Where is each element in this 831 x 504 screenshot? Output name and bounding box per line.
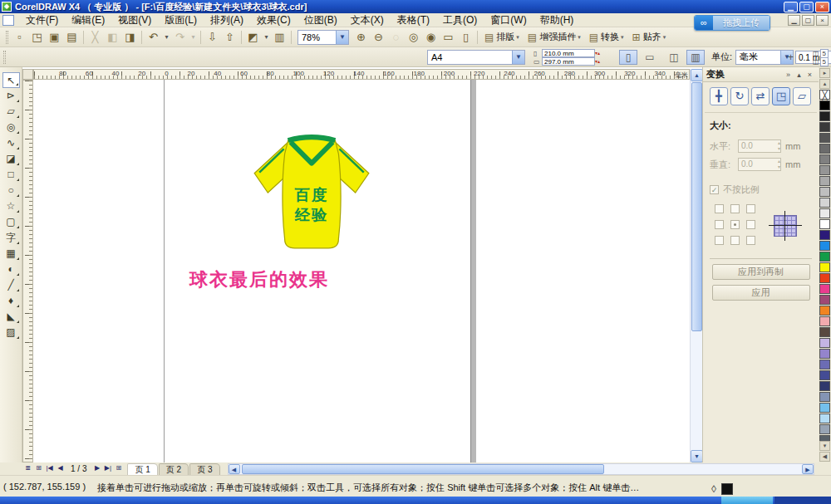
page-tab-3[interactable]: 页 3 bbox=[189, 463, 219, 475]
drag-upload-button[interactable]: ∞ 拖拽上传 bbox=[694, 15, 770, 31]
color-swatch-30[interactable] bbox=[819, 413, 830, 423]
mdi-minimize-button[interactable]: ▁ bbox=[788, 15, 800, 26]
open-icon[interactable]: ◳ bbox=[29, 30, 45, 45]
table-tool[interactable]: ▦ bbox=[2, 246, 20, 262]
zoom-width-icon[interactable]: ▭ bbox=[440, 30, 456, 45]
color-swatch-2[interactable] bbox=[819, 111, 830, 121]
rectangle-tool[interactable]: □ bbox=[2, 167, 20, 183]
page-tab-2[interactable]: 页 2 bbox=[159, 463, 189, 475]
zoom-selected-icon[interactable]: ◌ bbox=[388, 30, 404, 45]
current-page-button[interactable]: ▥ bbox=[686, 50, 705, 65]
color-swatch-14[interactable] bbox=[819, 241, 830, 251]
page-tab-1[interactable]: 页 1 bbox=[127, 463, 157, 475]
basic-shapes-tool[interactable]: ▢ bbox=[2, 214, 20, 230]
color-swatch-1[interactable] bbox=[819, 100, 830, 110]
palette-scroll-up-icon[interactable]: ▴ bbox=[819, 79, 830, 89]
anchor-point-5[interactable] bbox=[730, 220, 740, 229]
color-swatch-5[interactable] bbox=[819, 144, 830, 154]
shape-tool[interactable]: ⊳ bbox=[2, 88, 20, 104]
menu-item-12[interactable]: 帮助(H) bbox=[534, 12, 581, 28]
app-launcher-icon[interactable]: ◩ bbox=[245, 30, 261, 45]
save-icon[interactable]: ▣ bbox=[47, 30, 62, 45]
skew-tab[interactable]: ▱ bbox=[793, 87, 811, 105]
color-swatch-19[interactable] bbox=[819, 295, 830, 305]
vertical-scrollbar[interactable]: ▲ ▼ bbox=[690, 69, 702, 462]
mdi-close-button[interactable]: × bbox=[816, 15, 829, 26]
polygon-tool[interactable]: ☆ bbox=[2, 198, 20, 214]
canvas-caption-text[interactable]: 球衣最后的效果 bbox=[189, 267, 329, 292]
size-tab[interactable]: ◳ bbox=[772, 87, 790, 105]
color-swatch-25[interactable] bbox=[819, 360, 830, 369]
scroll-right-button[interactable]: ▶ bbox=[802, 464, 814, 474]
anchor-point-2[interactable] bbox=[730, 204, 740, 213]
text-tool[interactable]: 字 bbox=[2, 230, 20, 246]
last-page-button[interactable]: ▶| bbox=[102, 463, 113, 474]
anchor-point-7[interactable] bbox=[715, 236, 724, 245]
color-swatch-29[interactable] bbox=[819, 403, 830, 413]
portrait-button[interactable]: ▯ bbox=[619, 50, 637, 65]
menu-item-3[interactable]: 视图(V) bbox=[111, 12, 158, 28]
color-swatch-24[interactable] bbox=[819, 349, 830, 359]
color-swatch-26[interactable] bbox=[819, 370, 830, 380]
spinner-icon[interactable]: ▾▴ bbox=[595, 51, 602, 56]
color-swatch-13[interactable] bbox=[819, 230, 830, 240]
landscape-button[interactable]: ▭ bbox=[641, 50, 659, 65]
color-swatch-17[interactable] bbox=[819, 273, 830, 283]
undo-dropdown-icon[interactable]: ▾ bbox=[163, 30, 170, 45]
vertical-field[interactable]: 0.0▴▾ bbox=[738, 158, 781, 171]
color-swatch-7[interactable] bbox=[819, 165, 830, 175]
docker-close-icon[interactable]: × bbox=[804, 71, 815, 79]
units-combo[interactable]: 毫米 ▼ bbox=[735, 50, 794, 65]
app-launcher-dropdown-icon[interactable]: ▾ bbox=[263, 30, 270, 45]
horizontal-scroll-thumb[interactable] bbox=[242, 464, 605, 474]
typeset-button[interactable]: ▤排版▾ bbox=[482, 30, 522, 45]
paste-icon[interactable]: ◨ bbox=[122, 30, 138, 45]
position-tab[interactable]: ╋ bbox=[710, 87, 728, 105]
menu-item-11[interactable]: 窗口(W) bbox=[484, 12, 533, 28]
color-swatch-23[interactable] bbox=[819, 338, 830, 348]
palette-expand-icon[interactable]: ◀ bbox=[819, 452, 830, 462]
menu-item-4[interactable]: 版面(L) bbox=[158, 12, 204, 28]
color-swatch-11[interactable] bbox=[819, 208, 830, 218]
paper-height-field[interactable]: 297.0 mm bbox=[542, 57, 595, 66]
anchor-point-1[interactable] bbox=[715, 204, 724, 213]
ruler-origin-box[interactable] bbox=[22, 69, 33, 80]
export-icon[interactable]: ⇧ bbox=[222, 30, 238, 45]
drawing-canvas[interactable]: 百度 经验 球衣最后的效果 bbox=[33, 80, 690, 462]
snap-button[interactable]: ⊞贴齐▾ bbox=[630, 30, 669, 45]
copy-icon[interactable]: ◧ bbox=[105, 30, 120, 45]
horizontal-scrollbar[interactable]: ◀ ▶ bbox=[228, 463, 815, 475]
fill-color-swatch[interactable] bbox=[721, 483, 733, 495]
color-swatch-4[interactable] bbox=[819, 133, 830, 143]
menu-item-6[interactable]: 效果(C) bbox=[250, 12, 297, 28]
color-swatch-3[interactable] bbox=[819, 122, 830, 132]
new-icon[interactable]: ▫ bbox=[12, 30, 27, 45]
blend-tool[interactable]: ◐ bbox=[2, 262, 20, 277]
close-button[interactable]: × bbox=[815, 2, 829, 12]
scroll-up-button[interactable]: ▲ bbox=[691, 69, 703, 81]
first-page-button[interactable]: |◀ bbox=[44, 463, 55, 474]
menu-item-1[interactable]: 文件(F) bbox=[19, 12, 65, 28]
add-page-icon[interactable]: ⊞ bbox=[33, 463, 44, 474]
horizontal-field[interactable]: 0.0▴▾ bbox=[738, 139, 781, 153]
freehand-tool[interactable]: ∿ bbox=[2, 135, 20, 151]
menu-item-5[interactable]: 排列(A) bbox=[204, 12, 250, 28]
fill-tool[interactable]: ◣ bbox=[2, 309, 20, 325]
previous-page-button[interactable]: ◀ bbox=[55, 463, 66, 474]
color-swatch-18[interactable] bbox=[819, 284, 830, 294]
ellipse-tool[interactable]: ○ bbox=[2, 183, 20, 198]
interactive-fill-tool[interactable]: ▨ bbox=[2, 325, 20, 340]
outline-color-icon[interactable]: ◊ bbox=[711, 483, 716, 495]
next-page-button[interactable]: ▶ bbox=[91, 463, 102, 474]
palette-flyout-icon[interactable]: ▸ bbox=[819, 68, 830, 78]
eyedropper-tool[interactable]: ╱ bbox=[2, 277, 20, 293]
add-page-icon[interactable]: ⊞ bbox=[113, 463, 124, 474]
menu-item-2[interactable]: 编辑(E) bbox=[65, 12, 111, 28]
mdi-restore-button[interactable]: ▢ bbox=[802, 15, 814, 26]
zoom-level-combo[interactable]: 78% ▼ bbox=[297, 30, 349, 45]
minimize-button[interactable]: ▁ bbox=[784, 2, 798, 12]
zoom-all-icon[interactable]: ◎ bbox=[406, 30, 421, 45]
object-manager-icon[interactable]: ≣ bbox=[22, 463, 33, 474]
spinner-icon[interactable]: ▾▴ bbox=[595, 60, 602, 64]
menu-item-7[interactable]: 位图(B) bbox=[297, 12, 344, 28]
